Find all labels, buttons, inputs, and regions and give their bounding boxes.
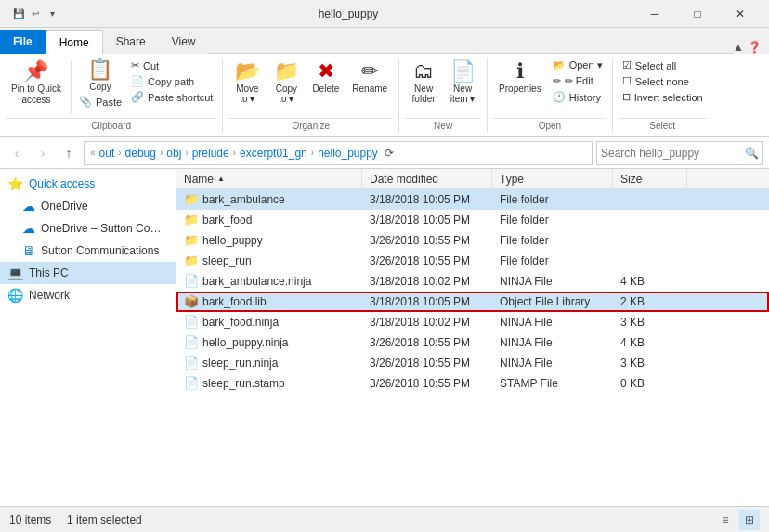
cut-button[interactable]: ✂ Cut bbox=[127, 58, 216, 73]
table-row[interactable]: 📁 bark_ambulance 3/18/2018 10:05 PM File… bbox=[176, 189, 769, 210]
sidebar-item-network[interactable]: 🌐 Network bbox=[0, 284, 176, 306]
tab-home[interactable]: Home bbox=[46, 30, 103, 54]
cell-type: Object File Library bbox=[492, 295, 613, 308]
qa-undo-icon[interactable]: ↩ bbox=[28, 6, 43, 21]
sidebar-item-this-pc[interactable]: 💻 This PC bbox=[0, 262, 176, 284]
bc-debug[interactable]: debug bbox=[125, 147, 156, 160]
ribbon-tab-bar: File Home Share View ▲ ❓ bbox=[0, 28, 769, 54]
cell-type: NINJA File bbox=[492, 275, 613, 288]
clipboard-col2: ✂ Cut 📄 Copy path 🔗 Paste shortcut bbox=[127, 58, 216, 105]
paste-shortcut-button[interactable]: 🔗 Paste shortcut bbox=[127, 89, 216, 105]
bc-hellopuppy[interactable]: hello_puppy bbox=[318, 147, 378, 160]
properties-button[interactable]: ℹ Properties bbox=[493, 58, 547, 97]
pin-to-quick-access-button[interactable]: 📌 Pin to Quickaccess bbox=[6, 58, 67, 110]
ribbon: 📌 Pin to Quickaccess 📋 Copy 📎 Paste ✂ Cu… bbox=[0, 54, 769, 137]
sidebar-item-sutton-comm[interactable]: 🖥 Sutton Communications bbox=[0, 240, 176, 262]
cell-name: 📄 bark_ambulance.ninja bbox=[176, 274, 362, 288]
sidebar-item-onedrive[interactable]: ☁ OneDrive bbox=[0, 195, 176, 217]
history-button[interactable]: 🕐 History bbox=[549, 89, 606, 105]
rename-button[interactable]: ✏ Rename bbox=[346, 58, 393, 97]
sep1 bbox=[71, 61, 72, 114]
up-button[interactable]: ↑ bbox=[58, 142, 80, 164]
status-bar: 10 items 1 item selected ≡ ⊞ bbox=[0, 506, 769, 532]
copy-button[interactable]: 📋 Copy bbox=[75, 58, 125, 94]
close-button[interactable]: ✕ bbox=[719, 0, 762, 28]
paste-button[interactable]: 📎 Paste bbox=[75, 94, 125, 110]
file-name: sleep_run.stamp bbox=[202, 377, 285, 390]
search-input[interactable] bbox=[601, 147, 741, 160]
tab-file[interactable]: File bbox=[0, 30, 46, 54]
select-all-button[interactable]: ☑ Select all bbox=[619, 58, 707, 73]
forward-button[interactable]: › bbox=[32, 142, 54, 164]
move-to-label: Moveto ▾ bbox=[236, 84, 258, 104]
col-header-type[interactable]: Type bbox=[492, 169, 613, 188]
large-icons-view-button[interactable]: ⊞ bbox=[739, 510, 760, 530]
table-row[interactable]: 📄 sleep_run.ninja 3/26/2018 10:55 PM NIN… bbox=[176, 353, 769, 373]
cut-label: Cut bbox=[143, 60, 159, 71]
search-bar[interactable]: 🔍 bbox=[596, 141, 763, 165]
delete-button[interactable]: ✖ Delete bbox=[306, 58, 345, 97]
table-row[interactable]: 📄 bark_food.ninja 3/18/2018 10:02 PM NIN… bbox=[176, 312, 769, 332]
quick-access-toolbar: 💾 ↩ ▾ bbox=[7, 6, 63, 21]
table-row[interactable]: 📦 bark_food.lib 3/18/2018 10:05 PM Objec… bbox=[176, 292, 769, 312]
table-row[interactable]: 📁 bark_food 3/18/2018 10:05 PM File fold… bbox=[176, 210, 769, 230]
history-label: History bbox=[569, 92, 601, 103]
invert-selection-button[interactable]: ⊟ Invert selection bbox=[619, 89, 707, 105]
cell-type: File folder bbox=[492, 193, 613, 206]
copy-to-button[interactable]: 📁 Copyto ▾ bbox=[267, 58, 305, 108]
navigation-bar: ‹ › ↑ « out › debug › obj › prelude › ex… bbox=[0, 137, 769, 169]
new-folder-button[interactable]: 🗂 Newfolder bbox=[405, 58, 442, 108]
status-count: 10 items 1 item selected bbox=[9, 513, 142, 526]
bc-out[interactable]: out bbox=[99, 147, 115, 160]
move-to-button[interactable]: 📂 Moveto ▾ bbox=[228, 58, 266, 108]
edit-button[interactable]: ✏ ✏ Edit bbox=[549, 73, 606, 89]
tab-view[interactable]: View bbox=[159, 30, 209, 54]
breadcrumb: « out › debug › obj › prelude › excerpt0… bbox=[90, 147, 378, 160]
back-button[interactable]: ‹ bbox=[6, 142, 28, 164]
table-row[interactable]: 📄 sleep_run.stamp 3/26/2018 10:55 PM STA… bbox=[176, 373, 769, 394]
minimize-button[interactable]: ─ bbox=[633, 0, 676, 28]
organize-group: 📂 Moveto ▾ 📁 Copyto ▾ ✖ Delete ✏ Rename … bbox=[223, 58, 399, 133]
table-row[interactable]: 📄 hello_puppy.ninja 3/26/2018 10:55 PM N… bbox=[176, 332, 769, 353]
col-header-name[interactable]: Name ▲ bbox=[176, 169, 362, 188]
table-row[interactable]: 📁 hello_puppy 3/26/2018 10:55 PM File fo… bbox=[176, 230, 769, 251]
title-bar: 💾 ↩ ▾ hello_puppy ─ □ ✕ bbox=[0, 0, 769, 28]
new-item-button[interactable]: 📄 Newitem ▾ bbox=[444, 58, 481, 108]
bc-obj[interactable]: obj bbox=[166, 147, 181, 160]
address-bar[interactable]: « out › debug › obj › prelude › excerpt0… bbox=[84, 141, 593, 165]
refresh-button[interactable]: ⟳ bbox=[378, 142, 400, 164]
col-type-label: Type bbox=[500, 173, 524, 186]
qa-dropdown-icon[interactable]: ▾ bbox=[45, 6, 59, 21]
cell-date: 3/18/2018 10:05 PM bbox=[362, 295, 492, 308]
sidebar-item-onedrive-sutton[interactable]: ☁ OneDrive – Sutton Comm... bbox=[0, 217, 176, 240]
cell-name: 📄 sleep_run.stamp bbox=[176, 376, 362, 390]
copy-path-button[interactable]: 📄 Copy path bbox=[127, 73, 216, 89]
bc-sep5: › bbox=[311, 148, 314, 158]
onedrive-icon: ☁ bbox=[22, 199, 35, 214]
col-header-date[interactable]: Date modified bbox=[362, 169, 492, 188]
sidebar-label-sutton: Sutton Communications bbox=[41, 244, 159, 257]
table-row[interactable]: 📄 bark_ambulance.ninja 3/18/2018 10:02 P… bbox=[176, 271, 769, 292]
col-header-size[interactable]: Size bbox=[613, 169, 687, 188]
clipboard-group: 📌 Pin to Quickaccess 📋 Copy 📎 Paste ✂ Cu… bbox=[0, 58, 223, 133]
details-view-button[interactable]: ≡ bbox=[715, 510, 736, 530]
help-icon[interactable]: ❓ bbox=[748, 41, 762, 54]
select-none-button[interactable]: ☐ Select none bbox=[619, 73, 707, 89]
help-chevron-icon[interactable]: ▲ bbox=[733, 41, 744, 54]
maximize-button[interactable]: □ bbox=[676, 0, 719, 28]
cell-size: 4 KB bbox=[613, 336, 687, 349]
cell-date: 3/18/2018 10:02 PM bbox=[362, 316, 492, 329]
cell-date: 3/26/2018 10:55 PM bbox=[362, 357, 492, 370]
qa-save-icon[interactable]: 💾 bbox=[11, 6, 26, 21]
open-button[interactable]: 📂 Open ▾ bbox=[549, 58, 606, 73]
tab-share[interactable]: Share bbox=[103, 30, 159, 54]
select-label: Select bbox=[619, 118, 707, 133]
new-item-icon: 📄 bbox=[450, 61, 476, 82]
bc-prelude[interactable]: prelude bbox=[192, 147, 229, 160]
bc-excerpt[interactable]: excerpt01_gn bbox=[240, 147, 307, 160]
table-row[interactable]: 📁 sleep_run 3/26/2018 10:55 PM File fold… bbox=[176, 251, 769, 271]
copy-to-icon: 📁 bbox=[274, 61, 299, 82]
new-group: 🗂 Newfolder 📄 Newitem ▾ New bbox=[399, 58, 488, 133]
search-icon: 🔍 bbox=[745, 147, 759, 160]
sidebar-item-quick-access[interactable]: ⭐ Quick access bbox=[0, 173, 176, 195]
